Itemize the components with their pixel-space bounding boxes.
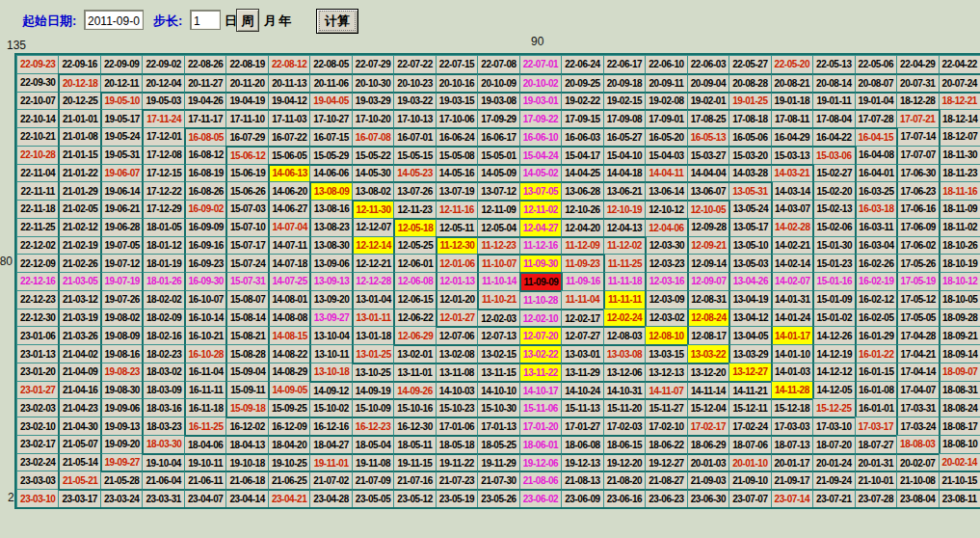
date-cell-14-2: 21-03-12 bbox=[58, 290, 99, 309]
date-cell-2-12: 20-10-09 bbox=[477, 73, 518, 92]
date-cell-10-23: 18-11-02 bbox=[939, 218, 980, 236]
date-cell-6-5: 16-08-12 bbox=[184, 146, 225, 164]
start-date-input[interactable] bbox=[84, 10, 144, 30]
date-cell-18-17: 13-12-20 bbox=[687, 363, 728, 381]
date-cell-7-18: 14-03-28 bbox=[728, 164, 770, 182]
date-cell-8-8: 13-08-09 bbox=[309, 181, 351, 200]
date-cell-22-21: 18-07-27 bbox=[855, 435, 896, 453]
date-cell-18-9: 13-10-25 bbox=[352, 363, 393, 381]
date-cell-2-1: 22-09-30 bbox=[16, 73, 58, 92]
date-cell-25-11: 23-05-19 bbox=[436, 489, 477, 507]
date-cell-1-10: 22-07-22 bbox=[393, 55, 435, 73]
angle-label-180: 180 bbox=[0, 255, 13, 268]
date-cell-3-19: 19-01-18 bbox=[771, 92, 812, 110]
date-cell-16-10: 12-06-29 bbox=[393, 326, 435, 344]
date-cell-17-5: 16-10-28 bbox=[184, 344, 225, 363]
date-cell-1-6: 22-08-19 bbox=[225, 55, 267, 73]
date-cell-22-14: 18-06-08 bbox=[561, 435, 602, 453]
date-cell-9-22: 17-06-16 bbox=[896, 200, 938, 218]
date-cell-2-19: 20-08-21 bbox=[771, 73, 812, 92]
date-cell-25-4: 23-03-31 bbox=[142, 489, 183, 507]
date-cell-21-11: 17-01-06 bbox=[436, 417, 477, 435]
calculate-button[interactable]: 计算 bbox=[316, 9, 358, 34]
date-cell-20-15: 15-11-20 bbox=[603, 398, 645, 417]
date-cell-10-12: 12-05-04 bbox=[477, 218, 518, 236]
date-cell-1-14: 22-06-24 bbox=[561, 55, 602, 73]
date-cell-6-12: 15-05-01 bbox=[477, 146, 518, 164]
date-cell-5-23: 18-12-07 bbox=[939, 127, 980, 146]
date-cell-21-12: 17-01-13 bbox=[477, 417, 518, 435]
date-cell-6-11: 15-05-08 bbox=[436, 146, 477, 164]
date-cell-17-7: 14-08-22 bbox=[268, 344, 309, 363]
date-cell-6-6: 15-06-12 bbox=[225, 146, 267, 164]
date-cell-18-21: 16-01-15 bbox=[855, 363, 896, 381]
date-cell-19-11: 14-10-03 bbox=[436, 381, 477, 399]
date-cell-12-20: 15-01-23 bbox=[812, 254, 854, 272]
date-cell-4-22: 17-07-21 bbox=[896, 109, 938, 127]
step-input[interactable] bbox=[190, 10, 221, 30]
date-cell-22-2: 21-05-07 bbox=[58, 435, 99, 453]
date-cell-11-19: 14-02-21 bbox=[771, 236, 812, 255]
date-cell-25-18: 23-07-07 bbox=[728, 489, 770, 507]
date-cell-22-23: 18-08-10 bbox=[939, 435, 980, 453]
date-cell-15-15: 12-02-24 bbox=[603, 309, 645, 327]
period-option-year[interactable]: 年 bbox=[278, 13, 291, 30]
date-cell-5-5: 16-08-05 bbox=[184, 127, 225, 146]
date-cell-12-1: 22-12-09 bbox=[16, 254, 58, 272]
date-cell-11-10: 12-05-25 bbox=[393, 236, 435, 255]
date-cell-13-2: 21-03-05 bbox=[58, 272, 99, 290]
date-cell-24-23: 21-10-15 bbox=[939, 471, 980, 489]
date-cell-11-7: 14-07-11 bbox=[268, 236, 309, 255]
date-cell-3-1: 22-10-07 bbox=[16, 92, 58, 110]
period-option-month[interactable]: 月 bbox=[264, 13, 277, 30]
date-cell-2-3: 20-12-11 bbox=[100, 73, 142, 92]
date-cell-13-20: 15-01-16 bbox=[812, 272, 854, 290]
date-cell-25-15: 23-06-16 bbox=[603, 489, 645, 507]
date-cell-11-8: 13-08-30 bbox=[309, 236, 351, 255]
date-cell-17-16: 13-03-15 bbox=[645, 344, 686, 363]
period-option-week-selected[interactable]: 周 bbox=[236, 9, 259, 32]
date-cell-9-10: 12-11-23 bbox=[393, 200, 435, 218]
date-cell-20-16: 15-11-27 bbox=[645, 398, 686, 417]
date-cell-20-18: 15-12-11 bbox=[728, 398, 770, 417]
date-cell-20-21: 16-01-01 bbox=[855, 398, 896, 417]
date-cell-2-23: 20-07-24 bbox=[939, 73, 980, 92]
date-cell-15-18: 13-04-12 bbox=[728, 309, 770, 327]
date-cell-14-3: 19-07-26 bbox=[100, 290, 142, 309]
date-cell-4-23: 18-12-14 bbox=[939, 109, 980, 127]
date-cell-14-12: 11-10-21 bbox=[477, 290, 518, 309]
date-cell-21-2: 21-04-30 bbox=[58, 417, 99, 435]
date-cell-15-16: 12-03-02 bbox=[645, 309, 686, 327]
date-cell-9-23: 18-11-09 bbox=[939, 200, 980, 218]
date-cell-20-6: 15-09-18 bbox=[225, 398, 267, 417]
date-cell-18-18: 13-12-27 bbox=[728, 363, 770, 381]
date-cell-15-7: 14-08-08 bbox=[268, 309, 309, 327]
date-cell-3-16: 19-02-08 bbox=[645, 92, 686, 110]
date-cell-6-19: 15-03-13 bbox=[771, 146, 812, 164]
date-cell-14-15: 11-11-11 bbox=[603, 290, 645, 309]
date-cell-19-6: 15-09-11 bbox=[225, 381, 267, 399]
date-cell-16-15: 12-08-03 bbox=[603, 326, 645, 344]
date-cell-6-16: 15-04-03 bbox=[645, 146, 686, 164]
date-cell-15-6: 15-08-14 bbox=[225, 309, 267, 327]
date-cell-20-3: 19-09-06 bbox=[100, 398, 142, 417]
date-cell-1-13: 22-07-01 bbox=[519, 55, 561, 73]
date-cell-8-2: 21-01-29 bbox=[58, 181, 99, 200]
date-cell-10-2: 21-02-12 bbox=[58, 218, 99, 236]
date-cell-18-6: 15-09-04 bbox=[225, 363, 267, 381]
date-cell-23-6: 19-10-18 bbox=[225, 453, 267, 471]
date-cell-14-23: 18-10-05 bbox=[939, 290, 980, 309]
date-cell-8-11: 13-07-19 bbox=[436, 181, 477, 200]
date-cell-10-22: 17-06-09 bbox=[896, 218, 938, 236]
date-cell-20-11: 15-10-23 bbox=[436, 398, 477, 417]
date-cell-1-9: 22-07-29 bbox=[352, 55, 393, 73]
date-cell-5-3: 19-05-24 bbox=[100, 127, 142, 146]
date-cell-25-16: 23-06-23 bbox=[645, 489, 686, 507]
date-cell-23-8: 19-11-01 bbox=[309, 453, 351, 471]
date-cell-16-7: 14-08-15 bbox=[268, 326, 309, 344]
date-cell-19-22: 17-04-07 bbox=[896, 381, 938, 399]
date-cell-11-15: 11-12-02 bbox=[603, 236, 645, 255]
date-cell-19-7: 14-09-05 bbox=[268, 381, 309, 399]
date-cell-6-1: 22-10-28 bbox=[16, 146, 58, 164]
date-cell-3-15: 19-02-15 bbox=[603, 92, 645, 110]
